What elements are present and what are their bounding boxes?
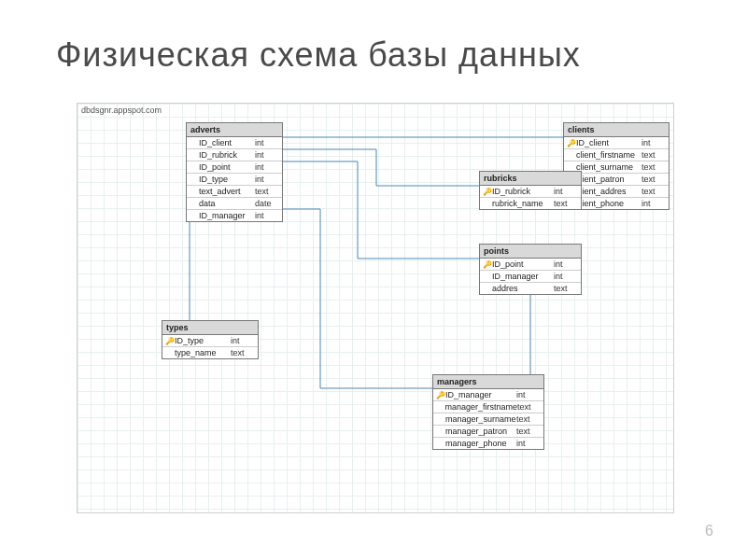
table-row: ID_managerint (480, 271, 581, 283)
table-row: datadate (187, 198, 282, 210)
table-rubricks[interactable]: rubricks 🔑ID_rubrickint rubrick_nametext (479, 171, 582, 210)
table-header: rubricks (480, 172, 581, 186)
table-header: points (480, 245, 581, 259)
table-row: 🔑ID_clientint (564, 137, 669, 149)
table-row: rubrick_nametext (480, 198, 581, 209)
table-row: ID_pointint (187, 161, 282, 174)
rel-adverts-rubricks (281, 149, 479, 186)
table-row: 🔑ID_typeint (162, 335, 258, 347)
key-icon: 🔑 (483, 260, 492, 269)
key-icon: 🔑 (436, 391, 445, 399)
rel-adverts-points (281, 161, 479, 259)
page-number: 6 (705, 523, 713, 539)
table-row: ID_typeint (187, 174, 282, 186)
table-row: ID_clientint (187, 137, 282, 149)
table-managers[interactable]: managers 🔑ID_managerint manager_firstnam… (432, 374, 544, 450)
slide-title: Физическая схема базы данных (56, 35, 581, 75)
table-row: ID_managerint (187, 210, 282, 221)
rel-adverts-managers (281, 209, 432, 388)
slide: Физическая схема базы данных dbdsgnr.app… (0, 0, 747, 560)
table-row: manager_phoneint (433, 438, 543, 449)
table-header: clients (564, 123, 669, 137)
table-row: manager_patrontext (433, 426, 543, 438)
key-icon: 🔑 (483, 188, 492, 196)
key-icon: 🔑 (567, 139, 576, 147)
table-row: manager_surnametext (433, 413, 543, 426)
table-header: types (162, 321, 258, 335)
table-row: 🔑ID_pointint (480, 259, 581, 271)
table-points[interactable]: points 🔑ID_pointint ID_managerint addres… (479, 244, 582, 295)
table-header: managers (433, 375, 543, 389)
table-types[interactable]: types 🔑ID_typeint type_nametext (162, 320, 259, 359)
table-row: text_adverttext (187, 186, 282, 198)
table-row: 🔑ID_rubrickint (480, 186, 581, 198)
table-row: client_firstnametext (564, 149, 669, 161)
table-row: type_nametext (162, 347, 258, 358)
table-row: manager_firstnametext (433, 401, 543, 413)
key-icon: 🔑 (165, 337, 175, 345)
db-diagram-canvas: dbdsgnr.appspot.com adverts ID_clientint… (77, 103, 674, 513)
canvas-source-label: dbdsgnr.appspot.com (81, 105, 162, 115)
table-row: ID_rubrickint (187, 149, 282, 161)
table-adverts[interactable]: adverts ID_clientint ID_rubrickint ID_po… (186, 122, 283, 222)
table-row: 🔑ID_managerint (433, 389, 543, 401)
table-header: adverts (187, 123, 282, 137)
table-row: addrestext (480, 283, 581, 294)
